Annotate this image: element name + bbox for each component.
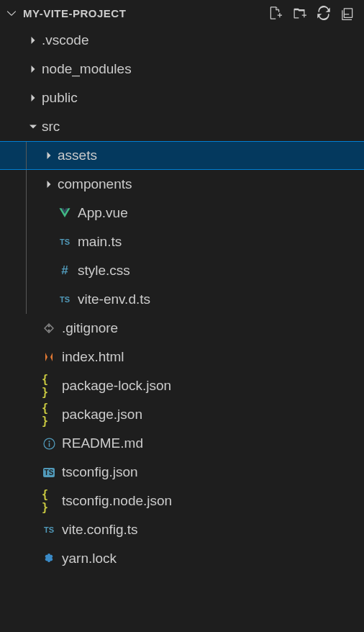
folder-components[interactable]: components: [0, 170, 364, 199]
explorer-header: MY-VITE-PROJECT: [0, 0, 364, 26]
css-icon: #: [58, 263, 72, 278]
info-icon: [42, 436, 56, 451]
svg-point-1: [48, 330, 50, 332]
folder-label: public: [42, 90, 78, 106]
file-label: tsconfig.json: [62, 464, 138, 480]
file-index-html[interactable]: index.html: [0, 343, 364, 371]
file-app-vue[interactable]: App.vue: [0, 199, 364, 227]
folder-label: node_modules: [42, 61, 132, 77]
file-tsconfig-node[interactable]: { } tsconfig.node.json: [0, 487, 364, 515]
folder-vscode[interactable]: .vscode: [0, 26, 364, 55]
new-file-icon[interactable]: [268, 6, 282, 20]
html-icon: [42, 350, 56, 364]
file-label: index.html: [62, 349, 124, 365]
folder-node-modules[interactable]: node_modules: [0, 55, 364, 83]
file-vite-env[interactable]: TS vite-env.d.ts: [0, 285, 364, 314]
file-label: style.css: [78, 263, 130, 279]
folder-public[interactable]: public: [0, 83, 364, 112]
ts-icon: TS: [42, 523, 56, 537]
file-explorer: MY-VITE-PROJECT .vscode node_modules pub…: [0, 0, 364, 632]
file-label: package.json: [62, 407, 142, 423]
folder-label: src: [42, 119, 60, 135]
file-package-lock[interactable]: { } package-lock.json: [0, 371, 364, 400]
new-folder-icon[interactable]: [292, 6, 306, 20]
folder-label: .vscode: [42, 32, 88, 48]
yarn-icon: [42, 551, 56, 566]
file-package-json[interactable]: { } package.json: [0, 400, 364, 429]
file-label: main.ts: [78, 234, 122, 250]
file-style-css[interactable]: # style.css: [0, 256, 364, 285]
file-label: vite-env.d.ts: [78, 292, 150, 307]
chevron-right-icon: [26, 62, 40, 76]
refresh-icon[interactable]: [317, 6, 331, 20]
chevron-down-icon[interactable]: [4, 6, 19, 20]
chevron-right-icon: [26, 33, 40, 48]
chevron-down-icon: [26, 119, 40, 134]
chevron-right-icon: [26, 91, 40, 105]
file-yarn-lock[interactable]: yarn.lock: [0, 544, 364, 573]
json-icon: { }: [42, 407, 56, 422]
svg-point-0: [48, 325, 50, 328]
vue-icon: [58, 206, 72, 220]
project-title: MY-VITE-PROJECT: [23, 7, 126, 19]
tsconfig-icon: TS: [42, 465, 56, 479]
folder-label: assets: [58, 148, 97, 163]
json-icon: { }: [42, 494, 56, 508]
file-label: package-lock.json: [62, 378, 171, 394]
ts-icon: TS: [58, 235, 72, 249]
collapse-all-icon[interactable]: [341, 6, 355, 20]
json-icon: { }: [42, 379, 56, 393]
file-tsconfig[interactable]: TS tsconfig.json: [0, 458, 364, 487]
chevron-right-icon: [42, 148, 56, 163]
file-label: yarn.lock: [62, 551, 117, 566]
file-gitignore[interactable]: .gitignore: [0, 314, 364, 343]
ts-icon: TS: [58, 292, 72, 307]
svg-rect-4: [48, 443, 49, 446]
file-vite-config[interactable]: TS vite.config.ts: [0, 515, 364, 544]
svg-point-3: [48, 441, 50, 442]
folder-src[interactable]: src: [0, 112, 364, 141]
file-label: App.vue: [78, 205, 128, 221]
folder-assets[interactable]: assets: [0, 141, 364, 170]
file-main-ts[interactable]: TS main.ts: [0, 227, 364, 256]
file-label: tsconfig.node.json: [62, 493, 172, 509]
file-tree: .vscode node_modules public src assets c…: [0, 26, 364, 632]
chevron-right-icon: [42, 177, 56, 191]
file-label: .gitignore: [62, 320, 118, 336]
file-label: README.md: [62, 435, 143, 451]
folder-label: components: [58, 176, 132, 192]
file-label: vite.config.ts: [62, 522, 138, 538]
git-icon: [42, 321, 56, 335]
file-readme[interactable]: README.md: [0, 429, 364, 458]
